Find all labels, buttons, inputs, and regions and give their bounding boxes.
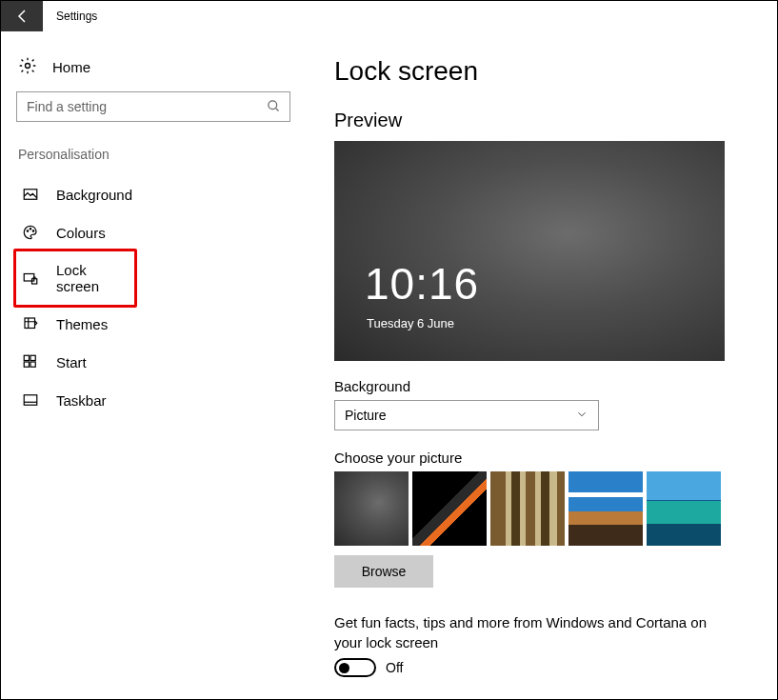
sidebar-item-lock-screen[interactable]: Lock screen xyxy=(13,249,137,308)
sidebar-item-start[interactable]: Start xyxy=(16,343,290,381)
preview-heading: Preview xyxy=(334,110,724,131)
tips-toggle[interactable] xyxy=(334,658,376,677)
sidebar-item-label: Themes xyxy=(56,316,108,332)
svg-point-4 xyxy=(27,230,29,232)
picture-thumbnail[interactable] xyxy=(412,471,487,546)
sidebar-item-label: Lock screen xyxy=(56,262,129,294)
home-link[interactable]: Home xyxy=(16,49,290,91)
svg-rect-13 xyxy=(30,362,35,367)
picture-icon xyxy=(22,186,39,203)
picture-thumbnail[interactable] xyxy=(490,471,565,546)
window-title: Settings xyxy=(43,10,97,23)
sidebar-item-label: Colours xyxy=(56,225,106,241)
sidebar-item-taskbar[interactable]: Taskbar xyxy=(16,381,290,419)
sidebar-item-label: Start xyxy=(56,354,87,370)
preview-date: Tuesday 6 June xyxy=(367,316,454,330)
back-arrow-icon xyxy=(13,8,30,25)
choose-picture-label: Choose your picture xyxy=(334,450,724,466)
svg-rect-10 xyxy=(24,355,29,360)
title-bar: Settings xyxy=(1,1,777,31)
toggle-knob xyxy=(339,663,349,673)
search-box[interactable] xyxy=(16,91,290,122)
background-dropdown-value: Picture xyxy=(345,408,387,423)
svg-point-0 xyxy=(26,64,30,69)
picture-thumbnail[interactable] xyxy=(334,471,409,546)
svg-rect-11 xyxy=(30,355,35,360)
sidebar-item-label: Background xyxy=(56,187,132,203)
picture-thumbnail[interactable] xyxy=(569,471,643,546)
sidebar-item-themes[interactable]: Themes xyxy=(16,305,290,343)
sidebar-section-label: Personalisation xyxy=(16,147,290,162)
sidebar-item-label: Taskbar xyxy=(56,392,107,409)
palette-icon xyxy=(22,224,39,241)
page-title: Lock screen xyxy=(334,56,724,87)
background-label: Background xyxy=(334,378,724,394)
home-label: Home xyxy=(52,59,90,75)
svg-line-2 xyxy=(275,108,278,110)
svg-rect-12 xyxy=(24,362,29,367)
chevron-down-icon xyxy=(575,408,588,424)
start-icon xyxy=(22,353,39,370)
svg-point-5 xyxy=(30,229,31,230)
gear-icon xyxy=(18,56,37,78)
search-input[interactable] xyxy=(16,91,290,122)
svg-rect-14 xyxy=(24,395,37,406)
background-dropdown[interactable]: Picture xyxy=(334,400,599,430)
sidebar-item-background[interactable]: Background xyxy=(16,175,290,213)
lock-screen-icon xyxy=(22,270,39,287)
sidebar: Home Personalisation Background Colours … xyxy=(1,31,306,699)
svg-rect-9 xyxy=(25,318,35,329)
sidebar-item-colours[interactable]: Colours xyxy=(16,213,290,251)
preview-time: 10:16 xyxy=(365,258,479,310)
search-icon xyxy=(267,99,281,117)
svg-point-6 xyxy=(32,230,34,232)
taskbar-icon xyxy=(22,391,39,409)
tips-description: Get fun facts, tips and more from Window… xyxy=(334,612,724,652)
svg-rect-7 xyxy=(24,274,34,282)
picture-thumbnails xyxy=(334,471,724,546)
back-button[interactable] xyxy=(1,1,43,31)
themes-icon xyxy=(22,315,39,332)
picture-thumbnail[interactable] xyxy=(647,471,721,546)
svg-point-1 xyxy=(269,101,277,110)
browse-button[interactable]: Browse xyxy=(334,555,433,588)
lock-screen-preview: 10:16 Tuesday 6 June xyxy=(334,141,725,361)
main-content: Lock screen Preview 10:16 Tuesday 6 June… xyxy=(306,31,777,699)
tips-toggle-state: Off xyxy=(386,660,403,675)
